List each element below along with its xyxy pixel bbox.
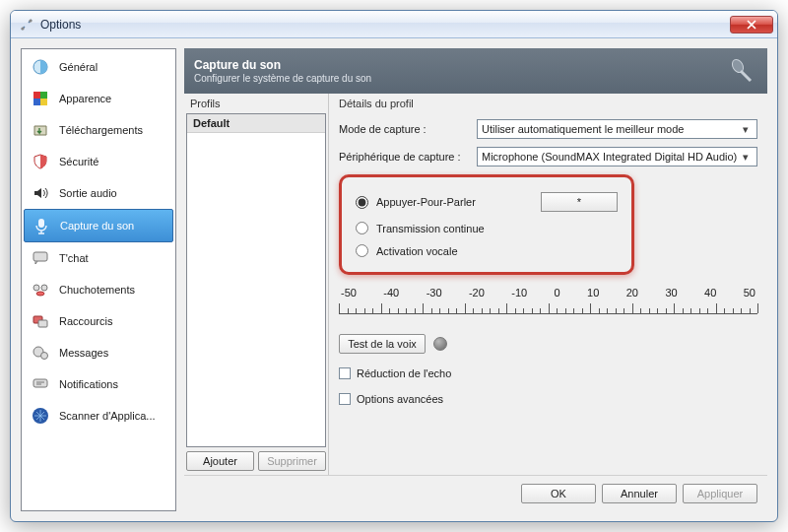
sidebar-label: Messages: [59, 347, 108, 359]
radio-ptt-input[interactable]: [356, 196, 368, 209]
sidebar-item-shortcuts[interactable]: Raccourcis: [24, 305, 173, 337]
window-title: Options: [40, 18, 81, 32]
general-icon: [30, 56, 51, 78]
capture-mode-group: Appuyer-Pour-Parler * Transmission conti…: [339, 174, 634, 275]
svg-rect-6: [40, 99, 47, 105]
svg-point-15: [41, 353, 48, 360]
checkbox-icon: [339, 393, 351, 405]
sidebar-item-whispers[interactable]: Chuchotements: [24, 274, 173, 305]
sidebar-label: Téléchargements: [59, 124, 143, 136]
svg-rect-3: [33, 92, 40, 99]
close-button[interactable]: [730, 16, 773, 33]
main-panel: Capture du son Configurer le système de …: [184, 48, 767, 511]
chat-icon: [30, 247, 51, 269]
device-label: Périphérique de capture :: [339, 151, 467, 163]
chevron-down-icon: ▾: [739, 123, 753, 136]
sidebar-label: Capture du son: [60, 220, 134, 232]
whisper-icon: [30, 279, 51, 300]
remove-profile-button[interactable]: Supprimer: [258, 451, 326, 471]
device-select[interactable]: Microphone (SoundMAX Integrated Digital …: [477, 147, 757, 166]
sidebar-item-downloads[interactable]: Téléchargements: [24, 114, 173, 146]
sidebar-item-messages[interactable]: Messages: [24, 337, 173, 368]
banner-title: Capture du son: [194, 58, 371, 72]
svg-rect-7: [38, 219, 44, 228]
sidebar-item-capture[interactable]: Capture du son: [24, 209, 173, 242]
sidebar-item-scanner[interactable]: Scanner d'Applica...: [24, 400, 173, 432]
sidebar-label: Général: [59, 61, 98, 73]
downloads-icon: [30, 119, 51, 141]
radio-ct-input[interactable]: [356, 222, 368, 234]
profiles-list[interactable]: Default: [186, 113, 326, 447]
checkbox-icon: [339, 367, 351, 379]
sidebar-label: Apparence: [59, 93, 111, 104]
security-icon: [30, 151, 51, 172]
profile-item[interactable]: Default: [187, 114, 325, 133]
sidebar: Général Apparence Téléchargements Sécuri…: [21, 48, 176, 511]
section-banner: Capture du son Configurer le système de …: [184, 48, 767, 94]
speaker-icon: [30, 182, 51, 204]
sidebar-item-appearance[interactable]: Apparence: [24, 83, 173, 114]
sidebar-label: Notifications: [59, 378, 118, 390]
radio-ptt-label: Appuyer-Pour-Parler: [376, 196, 476, 208]
svg-point-9: [33, 285, 39, 291]
sidebar-label: T'chat: [59, 252, 89, 264]
sidebar-label: Sécurité: [59, 156, 98, 167]
echo-reduction-checkbox[interactable]: Réduction de l'echo: [339, 367, 757, 379]
apply-button[interactable]: Appliquer: [683, 484, 757, 503]
svg-point-0: [21, 27, 24, 30]
messages-icon: [30, 342, 51, 364]
radio-ct-label: Transmission continue: [376, 223, 485, 234]
sidebar-item-chat[interactable]: T'chat: [24, 242, 173, 274]
sidebar-label: Chuchotements: [59, 284, 135, 296]
dialog-body: Général Apparence Téléchargements Sécuri…: [11, 38, 777, 521]
advanced-options-checkbox[interactable]: Options avancées: [339, 393, 757, 405]
notifications-icon: [30, 373, 51, 395]
cancel-button[interactable]: Annuler: [602, 484, 677, 503]
svg-point-11: [36, 292, 44, 296]
radio-ptt[interactable]: Appuyer-Pour-Parler *: [356, 187, 618, 217]
ptt-hotkey-button[interactable]: *: [541, 192, 618, 212]
sidebar-item-security[interactable]: Sécurité: [24, 146, 173, 177]
appearance-icon: [30, 88, 51, 109]
test-voice-button[interactable]: Test de la voix: [339, 334, 426, 354]
banner-subtitle: Configurer le système de capture du son: [194, 73, 371, 84]
details-panel: Détails du profil Mode de capture : Util…: [329, 94, 767, 475]
level-indicator-icon: [433, 337, 447, 351]
svg-rect-8: [33, 252, 47, 261]
close-icon: [747, 20, 756, 30]
echo-label: Réduction de l'echo: [357, 367, 451, 379]
radio-continuous[interactable]: Transmission continue: [356, 217, 618, 239]
sidebar-label: Sortie audio: [59, 187, 117, 199]
advanced-label: Options avancées: [357, 393, 443, 405]
titlebar: Options: [11, 11, 777, 38]
app-icon: [19, 17, 34, 33]
sidebar-item-notifications[interactable]: Notifications: [24, 368, 173, 400]
sidebar-item-audio-out[interactable]: Sortie audio: [24, 177, 173, 209]
ok-button[interactable]: OK: [521, 484, 596, 503]
scanner-icon: [30, 405, 51, 427]
profiles-panel: Profils Default Ajouter Supprimer: [184, 94, 329, 475]
svg-rect-5: [33, 99, 40, 105]
svg-point-10: [41, 285, 47, 291]
banner-mic-icon: [724, 54, 757, 88]
mode-select[interactable]: Utiliser automatiquement le meilleur mod…: [477, 119, 757, 139]
shortcuts-icon: [30, 310, 51, 332]
svg-rect-16: [33, 379, 47, 387]
radio-va-input[interactable]: [356, 244, 368, 257]
microphone-icon: [31, 215, 52, 236]
svg-rect-13: [38, 320, 47, 327]
radio-va-label: Activation vocale: [376, 245, 458, 257]
dialog-footer: OK Annuler Appliquer: [184, 475, 767, 511]
radio-voice-activation[interactable]: Activation vocale: [356, 239, 618, 262]
sidebar-item-general[interactable]: Général: [24, 51, 173, 83]
profiles-header: Profils: [184, 94, 328, 113]
details-header: Détails du profil: [339, 98, 757, 109]
sidebar-label: Scanner d'Applica...: [59, 410, 156, 422]
add-profile-button[interactable]: Ajouter: [186, 451, 254, 471]
options-dialog: Options Général Apparence Téléchargement…: [10, 10, 778, 522]
sidebar-label: Raccourcis: [59, 315, 112, 327]
level-ruler: -50 -40 -30 -20 -10 0 10 20 30 40 50: [339, 287, 757, 320]
mode-label: Mode de capture :: [339, 123, 467, 135]
svg-point-1: [29, 19, 32, 22]
device-value: Microphone (SoundMAX Integrated Digital …: [482, 151, 737, 163]
